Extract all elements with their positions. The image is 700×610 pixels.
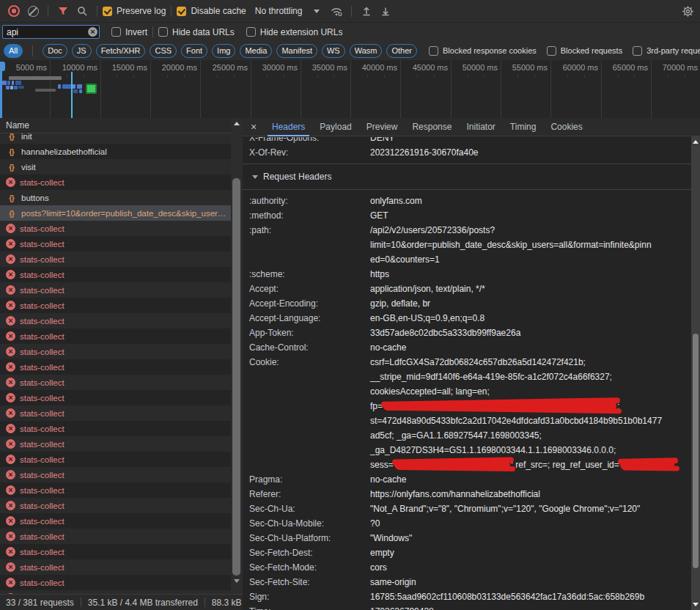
preserve-log-checkbox[interactable]: Preserve log [103,6,166,16]
header-name: Cache-Control: [249,340,370,355]
request-row[interactable]: ×stats-collect [0,375,231,390]
scrollbar-thumb[interactable] [693,334,699,568]
request-rows: {}init{}hannahelizabethofficial{}visit×s… [0,133,231,594]
network-overview-timeline[interactable]: 5000 ms10000 ms15000 ms20000 ms25000 ms3… [0,60,700,119]
timeline-tick-label: 20000 ms [146,63,197,72]
close-detail-button[interactable]: × [243,121,265,133]
request-row[interactable]: ×stats-collect [0,344,231,359]
request-row[interactable]: ×stats-collect [0,529,231,544]
throttling-value: No throttling [255,6,303,16]
request-row[interactable]: {}visit [0,159,231,174]
request-name: stats-collect [20,394,65,403]
request-row[interactable]: ×stats-collect [0,236,231,251]
tab-cookies[interactable]: Cookies [543,118,589,136]
disable-cache-checkbox[interactable]: Disable cache [177,6,246,16]
type-filter-all[interactable]: All [4,44,23,58]
request-row[interactable]: ×stats-collect [0,328,231,344]
request-row[interactable]: {}buttons [0,190,231,205]
search-button[interactable] [73,1,92,21]
blocked-response-cookies-checkbox[interactable]: Blocked response cookies [429,46,537,56]
request-row[interactable]: ×stats-collect [0,467,231,482]
throttling-dropdown[interactable]: No throttling [255,6,320,16]
request-row[interactable]: {}hannahelizabethofficial [0,144,231,159]
filter-input[interactable] [2,25,100,39]
detail-scrollbar[interactable] [691,136,700,610]
timeline-tick-label: 15000 ms [96,63,147,72]
error-icon: × [6,254,15,264]
upload-icon [361,5,372,17]
type-filter-css[interactable]: CSS [150,44,177,58]
status-divider [81,598,81,607]
request-row[interactable]: {}posts?limit=10&order=publish_date_desc… [0,205,231,221]
3rd-party-requests-label: 3rd-party requests [646,46,700,55]
toolbar-divider [32,45,33,56]
hide-extension-urls-checkbox[interactable]: Hide extension URLs [246,27,343,37]
timeline-minor-tick [484,76,485,78]
type-filter-wasm[interactable]: Wasm [350,44,383,58]
devtools-settings-button[interactable] [678,1,697,21]
clear-network-log-button[interactable] [23,1,43,21]
section-separator [243,189,691,190]
request-row[interactable]: ×stats-collect [0,267,231,282]
scrollbar-thumb[interactable] [232,178,240,576]
request-row[interactable]: ×stats-collect [0,498,231,513]
export-har-button[interactable] [376,1,395,21]
request-row[interactable]: ×stats-collect [0,513,231,529]
request-row[interactable]: ×stats-collect [0,390,231,405]
header-value: GET [370,208,388,223]
request-headers-section-header[interactable]: Request Headers [249,168,691,185]
tab-payload[interactable]: Payload [312,118,358,136]
type-filter-js[interactable]: JS [72,44,92,58]
request-row[interactable]: ×stats-collect [0,452,231,467]
checkbox-unchecked-icon [158,27,168,37]
header-value-line: ?0 [370,516,380,531]
import-har-button[interactable] [357,1,376,21]
request-name: stats-collect [20,425,65,433]
type-filter-doc[interactable]: Doc [43,44,67,58]
type-filter-other[interactable]: Other [386,44,417,58]
type-filter-manifest[interactable]: Manifest [276,44,317,58]
request-list-scrollbar[interactable] [231,118,243,594]
invert-checkbox[interactable]: Invert [111,27,147,37]
request-row[interactable]: ×stats-collect [0,174,231,190]
scroll-up-button[interactable] [691,136,700,147]
tab-timing[interactable]: Timing [503,118,544,136]
request-row[interactable]: ×stats-collect [0,313,231,328]
tab-response[interactable]: Response [405,118,459,136]
request-row[interactable]: ×stats-collect [0,575,231,590]
filter-toggle-button[interactable] [54,1,73,21]
name-column-header[interactable]: Name [0,118,243,133]
request-row[interactable]: ×stats-collect [0,298,231,313]
blocked-requests-checkbox[interactable]: Blocked requests [547,46,622,56]
request-row[interactable]: ×stats-collect [0,282,231,298]
header-name: Referer: [249,487,370,501]
3rd-party-requests-checkbox[interactable]: 3rd-party requests [633,46,700,56]
tab-initiator[interactable]: Initiator [459,118,502,136]
request-row[interactable]: ×stats-collect [0,436,231,452]
request-row[interactable]: {}init [0,133,231,144]
scroll-down-button[interactable] [691,599,700,610]
waterfall-bar [6,86,10,89]
request-row[interactable]: ×stats-collect [0,544,231,559]
request-row[interactable]: ×stats-collect [0,482,231,498]
request-row[interactable]: ×stats-collect [0,405,231,421]
request-row[interactable]: ×stats-collect [0,359,231,375]
type-filter-ws[interactable]: WS [322,44,345,58]
scroll-down-button[interactable] [231,576,243,587]
request-row[interactable]: ×stats-collect [0,559,231,575]
request-row[interactable]: ×stats-collect [0,421,231,436]
header-value-line: "Windows" [370,531,412,545]
tab-headers[interactable]: Headers [265,118,312,136]
type-filter-media[interactable]: Media [240,44,272,58]
type-filter-fetch-xhr[interactable]: Fetch/XHR [96,44,146,58]
clear-filter-icon[interactable]: × [88,27,97,37]
scroll-up-button[interactable] [231,118,243,129]
hide-data-urls-checkbox[interactable]: Hide data URLs [158,27,235,37]
network-conditions-button[interactable] [327,1,346,21]
type-filter-img[interactable]: Img [212,44,235,58]
request-row[interactable]: ×stats-collect [0,251,231,267]
type-filter-font[interactable]: Font [181,44,207,58]
record-network-log-button[interactable] [4,1,23,21]
request-row[interactable]: ×stats-collect [0,221,231,236]
tab-preview[interactable]: Preview [359,118,405,136]
